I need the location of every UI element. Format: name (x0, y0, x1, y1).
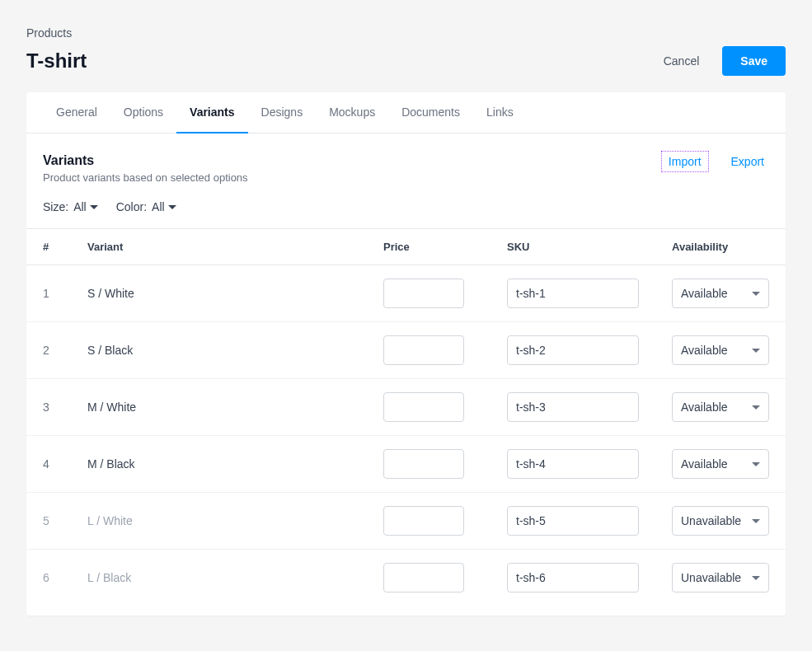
sku-input[interactable] (507, 506, 639, 536)
tab-general[interactable]: General (43, 92, 110, 133)
price-input[interactable] (383, 449, 464, 479)
availability-select[interactable]: Available (672, 279, 769, 308)
import-button[interactable]: Import (664, 153, 706, 170)
chevron-down-icon (90, 205, 98, 209)
filter-size[interactable]: Size: All (43, 200, 98, 213)
availability-value: Available (681, 400, 728, 414)
row-index: 1 (26, 265, 71, 322)
table-row: 5L / WhiteUnavailable (26, 493, 786, 550)
chevron-down-icon (752, 349, 760, 353)
tab-variants[interactable]: Variants (176, 92, 247, 133)
table-row: 3M / WhiteAvailable (26, 379, 786, 436)
availability-value: Available (681, 287, 728, 300)
row-variant-name: S / White (71, 265, 367, 322)
chevron-down-icon (752, 576, 760, 580)
sku-input[interactable] (507, 335, 639, 365)
col-availability: Availability (655, 229, 786, 265)
row-variant-name: M / Black (71, 436, 367, 493)
filter-size-label: Size: (43, 200, 68, 213)
table-row: 4M / BlackAvailable (26, 436, 786, 493)
table-row: 2S / BlackAvailable (26, 322, 786, 379)
sku-input[interactable] (507, 279, 639, 308)
col-sku: SKU (490, 229, 655, 265)
filter-color[interactable]: Color: All (116, 200, 176, 213)
col-variant: Variant (71, 229, 367, 265)
col-price: Price (367, 229, 490, 265)
availability-select[interactable]: Available (672, 449, 769, 479)
sku-input[interactable] (507, 392, 639, 422)
tab-mockups[interactable]: Mockups (316, 92, 388, 133)
variants-table: # Variant Price SKU Availability 1S / Wh… (26, 228, 786, 606)
cancel-button[interactable]: Cancel (654, 48, 710, 74)
availability-value: Unavailable (681, 571, 741, 584)
section-subtitle: Product variants based on selected optio… (43, 171, 248, 184)
price-input[interactable] (383, 279, 464, 308)
row-index: 2 (26, 322, 71, 379)
availability-select[interactable]: Available (672, 335, 769, 365)
col-num: # (26, 229, 71, 265)
section-title: Variants (43, 153, 248, 168)
availability-value: Available (681, 344, 728, 357)
tabs: GeneralOptionsVariantsDesignsMockupsDocu… (26, 92, 786, 133)
tab-designs[interactable]: Designs (248, 92, 317, 133)
export-button[interactable]: Export (726, 153, 769, 170)
row-index: 4 (26, 436, 71, 493)
row-variant-name: M / White (71, 379, 367, 436)
price-input[interactable] (383, 563, 464, 592)
filter-size-value: All (73, 200, 87, 213)
row-index: 3 (26, 379, 71, 436)
price-input[interactable] (383, 392, 464, 422)
tab-documents[interactable]: Documents (388, 92, 473, 133)
price-input[interactable] (383, 335, 464, 365)
availability-select[interactable]: Unavailable (672, 563, 769, 592)
tab-links[interactable]: Links (473, 92, 527, 133)
availability-value: Available (681, 457, 728, 471)
chevron-down-icon (752, 462, 760, 466)
product-card: GeneralOptionsVariantsDesignsMockupsDocu… (26, 92, 786, 616)
availability-select[interactable]: Available (672, 392, 769, 422)
row-variant-name: L / Black (71, 550, 367, 607)
row-variant-name: S / Black (71, 322, 367, 379)
availability-value: Unavailable (681, 514, 741, 527)
row-index: 5 (26, 493, 71, 550)
chevron-down-icon (752, 405, 760, 410)
tab-options[interactable]: Options (110, 92, 176, 133)
save-button[interactable]: Save (722, 46, 786, 76)
table-row: 1S / WhiteAvailable (26, 265, 786, 322)
breadcrumb[interactable]: Products (26, 26, 786, 40)
chevron-down-icon (168, 205, 176, 209)
sku-input[interactable] (507, 563, 639, 592)
price-input[interactable] (383, 506, 464, 536)
row-index: 6 (26, 550, 71, 607)
filter-color-label: Color: (116, 200, 147, 213)
header-actions: Cancel Save (654, 46, 786, 76)
page-title: T-shirt (26, 49, 87, 73)
table-row: 6L / BlackUnavailable (26, 550, 786, 607)
chevron-down-icon (752, 292, 760, 296)
filter-color-value: All (152, 200, 165, 213)
row-variant-name: L / White (71, 493, 367, 550)
sku-input[interactable] (507, 449, 639, 479)
availability-select[interactable]: Unavailable (672, 506, 769, 536)
chevron-down-icon (752, 519, 760, 523)
